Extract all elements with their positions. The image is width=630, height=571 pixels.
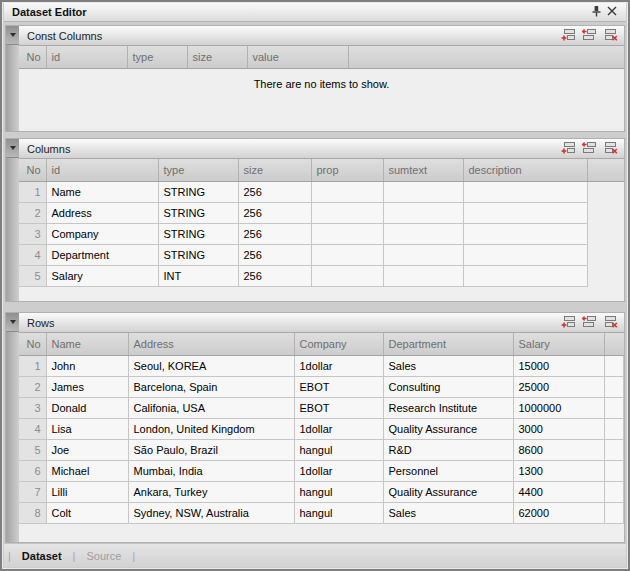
cell-description[interactable]	[463, 202, 587, 223]
cell-department[interactable]: Research Institute	[383, 397, 513, 418]
cell-address[interactable]: São Paulo, Brazil	[128, 439, 294, 460]
cell-address[interactable]: London, United Kingdom	[128, 418, 294, 439]
row-number-cell[interactable]: 5	[19, 439, 46, 460]
column-header-id[interactable]: id	[46, 46, 127, 68]
column-header-id[interactable]: id	[46, 159, 158, 181]
row-number-cell[interactable]: 3	[19, 223, 46, 244]
trailing-cell[interactable]	[604, 418, 624, 439]
cell-company[interactable]: hangul	[294, 502, 383, 523]
cell-prop[interactable]	[311, 181, 383, 202]
collapse-rows-button[interactable]	[6, 313, 19, 332]
cell-name[interactable]: Colt	[46, 502, 128, 523]
cell-salary[interactable]: 1300	[513, 460, 604, 481]
cell-description[interactable]	[463, 181, 587, 202]
cell-type[interactable]: STRING	[158, 223, 238, 244]
row-number-cell[interactable]: 1	[19, 181, 46, 202]
cell-address[interactable]: Ankara, Turkey	[128, 481, 294, 502]
cell-type[interactable]: STRING	[158, 244, 238, 265]
cell-company[interactable]: 1dollar	[294, 460, 383, 481]
cell-salary[interactable]: 8600	[513, 439, 604, 460]
tab-source[interactable]: Source	[84, 550, 123, 562]
cell-salary[interactable]: 1000000	[513, 397, 604, 418]
cell-salary[interactable]: 15000	[513, 355, 604, 376]
cell-sumtext[interactable]	[383, 202, 463, 223]
row-number-cell[interactable]: 2	[19, 376, 46, 397]
cell-salary[interactable]: 62000	[513, 502, 604, 523]
cell-company[interactable]: hangul	[294, 439, 383, 460]
trailing-cell[interactable]	[604, 460, 624, 481]
cell-sumtext[interactable]	[383, 265, 463, 286]
cell-prop[interactable]	[311, 244, 383, 265]
column-header-department[interactable]: Department	[383, 333, 513, 355]
cell-company[interactable]: hangul	[294, 481, 383, 502]
row-number-cell[interactable]: 5	[19, 265, 46, 286]
tab-dataset[interactable]: Dataset	[20, 550, 64, 562]
row-number-cell[interactable]: 2	[19, 202, 46, 223]
cell-department[interactable]: Sales	[383, 502, 513, 523]
cell-salary[interactable]: 25000	[513, 376, 604, 397]
cell-size[interactable]: 256	[238, 181, 311, 202]
cell-id[interactable]: Name	[46, 181, 158, 202]
cell-description[interactable]	[463, 265, 587, 286]
cell-sumtext[interactable]	[383, 223, 463, 244]
column-header-sumtext[interactable]: sumtext	[383, 159, 463, 181]
trailing-cell[interactable]	[604, 355, 624, 376]
row-number-cell[interactable]: 1	[19, 355, 46, 376]
cell-department[interactable]: R&D	[383, 439, 513, 460]
add-row-button[interactable]	[560, 28, 577, 43]
column-header-no[interactable]: No	[19, 333, 46, 355]
row-number-cell[interactable]: 4	[19, 244, 46, 265]
add-row-button[interactable]	[560, 141, 577, 156]
collapse-const-columns-button[interactable]	[6, 26, 19, 45]
cell-id[interactable]: Company	[46, 223, 158, 244]
cell-description[interactable]	[463, 244, 587, 265]
cell-address[interactable]: Barcelona, Spain	[128, 376, 294, 397]
cell-company[interactable]: EBOT	[294, 397, 383, 418]
column-header-salary[interactable]: Salary	[513, 333, 604, 355]
cell-department[interactable]: Sales	[383, 355, 513, 376]
column-header-size[interactable]: size	[187, 46, 247, 68]
cell-salary[interactable]: 3000	[513, 418, 604, 439]
column-header-name[interactable]: Name	[46, 333, 128, 355]
cell-name[interactable]: James	[46, 376, 128, 397]
cell-id[interactable]: Department	[46, 244, 158, 265]
insert-row-button[interactable]	[581, 28, 598, 43]
column-header-type[interactable]: type	[127, 46, 187, 68]
row-number-cell[interactable]: 3	[19, 397, 46, 418]
trailing-cell[interactable]	[604, 376, 624, 397]
cell-prop[interactable]	[311, 223, 383, 244]
column-header-no[interactable]: No	[19, 46, 46, 68]
cell-department[interactable]: Personnel	[383, 460, 513, 481]
delete-row-button[interactable]	[602, 315, 619, 330]
cell-type[interactable]: STRING	[158, 181, 238, 202]
cell-company[interactable]: 1dollar	[294, 418, 383, 439]
cell-prop[interactable]	[311, 202, 383, 223]
delete-row-button[interactable]	[602, 28, 619, 43]
column-header-no[interactable]: No	[19, 159, 46, 181]
cell-department[interactable]: Consulting	[383, 376, 513, 397]
trailing-cell[interactable]	[604, 481, 624, 502]
row-number-cell[interactable]: 4	[19, 418, 46, 439]
row-number-cell[interactable]: 8	[19, 502, 46, 523]
cell-prop[interactable]	[311, 265, 383, 286]
cell-size[interactable]: 256	[238, 265, 311, 286]
cell-name[interactable]: Donald	[46, 397, 128, 418]
pin-button[interactable]	[588, 5, 604, 20]
collapse-columns-button[interactable]	[6, 139, 19, 158]
column-header-prop[interactable]: prop	[311, 159, 383, 181]
trailing-cell[interactable]	[604, 397, 624, 418]
insert-row-button[interactable]	[581, 315, 598, 330]
cell-size[interactable]: 256	[238, 244, 311, 265]
trailing-cell[interactable]	[604, 439, 624, 460]
close-button[interactable]	[604, 5, 620, 20]
cell-address[interactable]: Seoul, KOREA	[128, 355, 294, 376]
insert-row-button[interactable]	[581, 141, 598, 156]
cell-address[interactable]: Sydney, NSW, Australia	[128, 502, 294, 523]
column-header-value[interactable]: value	[247, 46, 348, 68]
column-header-address[interactable]: Address	[128, 333, 294, 355]
row-number-cell[interactable]: 7	[19, 481, 46, 502]
cell-type[interactable]: INT	[158, 265, 238, 286]
cell-name[interactable]: John	[46, 355, 128, 376]
cell-description[interactable]	[463, 223, 587, 244]
cell-name[interactable]: Lisa	[46, 418, 128, 439]
